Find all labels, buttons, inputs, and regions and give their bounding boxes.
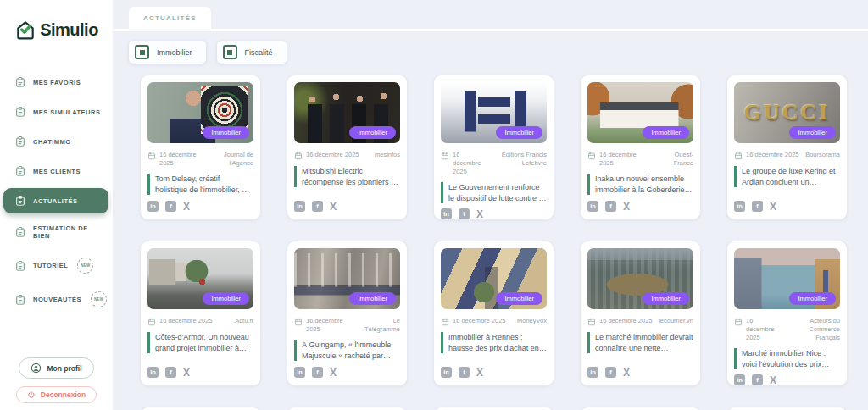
facebook-share-icon[interactable]: f (752, 374, 763, 385)
house-check-icon (14, 19, 36, 41)
tutorial-icon (14, 260, 26, 272)
checked-checkbox-icon[interactable] (223, 45, 237, 59)
article-meta: 16 décembre 2025 Journal de l'Agence (147, 151, 253, 168)
filter-chips: Immobilier Fiscalité (129, 41, 868, 64)
facebook-share-icon[interactable]: f (165, 201, 176, 212)
x-share-icon[interactable]: X (770, 202, 776, 212)
aerial-cityscape-image: Immobilier (587, 248, 693, 309)
news-grid: Immobilier 16 décembre 2025 Journal de l… (140, 75, 853, 410)
linkedin-share-icon[interactable]: in (587, 367, 598, 378)
article-source: Acteurs du Commerce Français (786, 317, 840, 342)
filter-chip-immobilier[interactable]: Immobilier (129, 41, 206, 64)
article-date: 16 décembre 2025 (306, 151, 359, 159)
new-badge-label: NEW (94, 297, 103, 302)
facebook-share-icon[interactable]: f (605, 201, 616, 212)
news-card[interactable]: Immobilier 16 décembre 2025 MoneyVox Imm… (433, 241, 554, 386)
tab-bar: ACTUALITÉS (113, 0, 868, 31)
article-title: Tom Delaey, créatif holistique de l'immo… (147, 174, 253, 195)
clients-icon (14, 165, 26, 177)
share-row: in f X (294, 362, 400, 378)
sidebar-item-tutoriel[interactable]: TUTORIEL NEW (3, 251, 108, 280)
card-partial[interactable] (287, 407, 408, 410)
card-partial[interactable] (140, 407, 261, 410)
calendar-icon (294, 318, 303, 326)
facebook-share-icon[interactable]: f (312, 367, 323, 378)
new-starburst-badge: NEW (77, 258, 93, 274)
logout-button[interactable]: Deconnexion (16, 386, 97, 403)
facebook-share-icon[interactable]: f (459, 208, 470, 219)
x-share-icon[interactable]: X (476, 209, 483, 219)
card-partial[interactable] (726, 407, 848, 410)
x-share-icon[interactable]: X (476, 368, 483, 378)
favorites-icon (14, 76, 26, 88)
news-card[interactable]: GUCCI Immobilier 16 décembre 2025 Bourso… (726, 75, 848, 220)
facebook-share-icon[interactable]: f (312, 201, 323, 212)
article-meta: 16 décembre 2025 Boursorama (734, 151, 840, 160)
profile-button[interactable]: Mon profil (19, 357, 93, 379)
calendar-icon (587, 152, 596, 160)
card-partial[interactable] (580, 407, 701, 410)
linkedin-share-icon[interactable]: in (294, 367, 305, 378)
linkedin-share-icon[interactable]: in (734, 201, 745, 212)
news-card[interactable]: Immobilier 16 décembre 2025 lecourrier.v… (580, 241, 701, 386)
sidebar-item-actualites[interactable]: ACTUALITÉS (3, 188, 108, 213)
tab-actualites[interactable]: ACTUALITÉS (129, 7, 211, 29)
x-share-icon[interactable]: X (330, 202, 337, 212)
nice-coastline-image: Immobilier (734, 248, 840, 309)
sidebar-item-estimation[interactable]: ESTIMATION DE BIEN (3, 218, 108, 247)
news-card[interactable]: Immobilier 16 décembre 2025 Actu.fr Côte… (140, 241, 261, 386)
facebook-share-icon[interactable]: f (752, 201, 763, 212)
share-row: in f X (441, 203, 547, 219)
linkedin-share-icon[interactable]: in (441, 208, 452, 219)
filter-chip-fiscalite[interactable]: Fiscalité (217, 41, 287, 64)
sidebar-item-nouveautes[interactable]: NOUVEAUTÉS NEW (3, 285, 108, 314)
simulio-logo[interactable]: Simulio (14, 19, 98, 41)
sidebar-item-label: MES SIMULATEURS (33, 108, 100, 116)
news-card[interactable]: Immobilier 16 décembre 2025 Éditions Fra… (433, 75, 554, 220)
x-share-icon[interactable]: X (330, 368, 337, 378)
card-partial[interactable] (433, 407, 554, 410)
linkedin-share-icon[interactable]: in (441, 367, 452, 378)
news-card[interactable]: Immobilier 16 décembre 2025 Ouest-France… (580, 75, 701, 220)
logout-button-label: Deconnexion (41, 391, 86, 399)
x-share-icon[interactable]: X (183, 202, 190, 212)
checked-checkbox-icon[interactable] (135, 45, 149, 59)
category-badge: Immobilier (349, 126, 396, 139)
facebook-share-icon[interactable]: f (165, 367, 176, 378)
news-card[interactable]: Immobilier 16 décembre 2025 Journal de l… (140, 75, 261, 220)
facebook-share-icon[interactable]: f (459, 367, 470, 378)
simulators-icon (14, 106, 26, 118)
gucci-sign-image: GUCCI Immobilier (734, 82, 840, 143)
new-badge-label: NEW (81, 263, 90, 268)
article-date: 16 décembre 2025 (453, 317, 506, 325)
article-title: Côtes-d'Armor. Un nouveau grand projet i… (147, 332, 253, 353)
linkedin-share-icon[interactable]: in (294, 201, 305, 212)
sidebar-item-favoris[interactable]: MES FAVORIS (3, 69, 108, 95)
x-share-icon[interactable]: X (183, 368, 190, 378)
sidebar-item-clients[interactable]: MES CLIENTS (3, 158, 108, 184)
article-date: 16 décembre 2025 (746, 317, 782, 342)
linkedin-share-icon[interactable]: in (147, 367, 159, 378)
sidebar-item-simulateurs[interactable]: MES SIMULATEURS (3, 99, 108, 125)
sidebar-item-label: MES FAVORIS (33, 79, 81, 86)
news-icon (14, 195, 26, 207)
article-date: 16 décembre 2025 (306, 317, 354, 334)
linkedin-share-icon[interactable]: in (734, 374, 745, 385)
news-card[interactable]: Immobilier 16 décembre 2025 mesinfos Mit… (287, 75, 408, 220)
article-date: 16 décembre 2025 (159, 317, 213, 325)
linkedin-share-icon[interactable]: in (587, 201, 598, 212)
news-card[interactable]: Immobilier 16 décembre 2025 Acteurs du C… (726, 241, 848, 386)
article-source: Boursorama (805, 151, 840, 159)
facebook-share-icon[interactable]: f (605, 367, 616, 378)
linkedin-share-icon[interactable]: in (147, 201, 159, 212)
category-badge: Immobilier (496, 292, 542, 305)
main-content: ACTUALITÉS Immobilier Fiscalité Immobili… (113, 0, 868, 410)
sidebar-item-chatimmo[interactable]: CHATIMMO (3, 129, 108, 154)
x-share-icon[interactable]: X (770, 375, 776, 385)
sidebar-item-label: MES CLIENTS (33, 168, 81, 175)
news-card[interactable]: Immobilier 16 décembre 2025 Le Télégramm… (287, 241, 408, 386)
category-badge: Immobilier (643, 292, 689, 305)
x-share-icon[interactable]: X (623, 202, 630, 212)
x-share-icon[interactable]: X (623, 368, 630, 378)
category-badge: Immobilier (203, 292, 249, 305)
